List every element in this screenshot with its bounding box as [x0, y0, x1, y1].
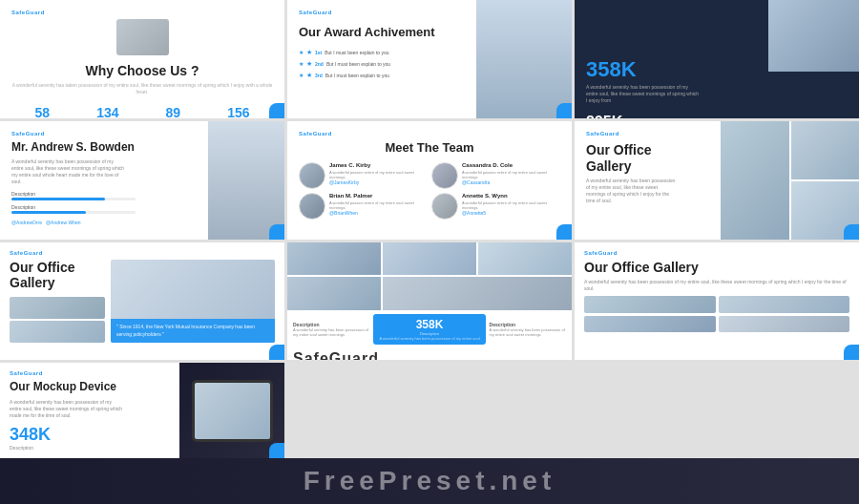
slide-mockup-device: SafeGuard Our Mockup Device A wonderful …	[0, 363, 284, 458]
slide-1-title: Why Choose Us ?	[11, 63, 273, 78]
slide-stats-dark: 358K A wonderful serenity has been posse…	[575, 0, 859, 118]
team-member-3: Brian M. Palmer A wonderful passion enti…	[299, 193, 428, 220]
slide-7-logo: SafeGuard	[10, 250, 275, 256]
slide-4-desc: A wonderful serenity has been possession…	[11, 158, 126, 185]
slide-office-gallery-2: SafeGuard Our Office Gallery " Since 191…	[0, 242, 284, 361]
slide-9-title: Our Office Gallery	[584, 260, 849, 276]
slide-10-title: Our Mockup Device	[10, 380, 124, 395]
slide-8-info1-text: A wonderful serenity has been possession…	[293, 327, 369, 337]
slide-10-device-image	[179, 363, 284, 458]
slide-9-desc: A wonderful serenity has been possession…	[584, 279, 849, 292]
slide-why-choose-us: SafeGuard Why Choose Us ? A wonderful se…	[0, 0, 284, 118]
slide-8-info2-text: A wonderful serenity has been possession…	[490, 327, 566, 337]
award-item-2: ★ 2nd But I must been explain to you	[299, 60, 442, 68]
team-member-2: Cassandra D. Cole A wonderful passion en…	[431, 162, 560, 189]
watermark-bar: FreePreset.net	[0, 458, 859, 504]
slide-1-desc: A wonderful serenity has taken possessio…	[11, 82, 273, 95]
slide-8-stat: 358K	[379, 318, 479, 331]
slide-1-logo: SafeGuard	[11, 10, 273, 15]
slide-4-bars: Description Description	[11, 191, 136, 214]
slide-2-title: Our Award Achivement	[299, 25, 442, 41]
slide-5-logo: SafeGuard	[299, 131, 560, 136]
slide-7-quote: " Since 1914, the New York Mutual Insura…	[111, 319, 275, 343]
stat-3: 89	[166, 105, 181, 118]
award-item-1: ★ 1st But I must been explain to you	[299, 49, 442, 56]
slides-grid: SafeGuard Why Choose Us ? A wonderful se…	[0, 0, 859, 458]
slide-4-person-image	[208, 121, 284, 240]
slide-6-photos	[721, 121, 859, 240]
team-member-4: Annette S. Wynn A wonderful passion enti…	[431, 193, 560, 220]
slide-10-stat: 348K	[10, 425, 124, 445]
slide-3-image	[768, 0, 859, 72]
slide-meet-team: SafeGuard Meet The Team James C. Kirby A…	[287, 121, 572, 240]
slide-8-stat-desc: A wonderful serenity has been possession…	[379, 336, 479, 341]
slide-10-stat-label: Description	[10, 445, 124, 451]
stat-4: 156	[227, 105, 249, 118]
watermark-text: FreePreset.net	[304, 466, 556, 496]
team-grid: James C. Kirby A wonderful passion entir…	[299, 162, 560, 220]
slide-office-gallery-1: SafeGuard Our Office Gallery A wonderful…	[575, 121, 859, 240]
team-member-1: James C. Kirby A wonderful passion entir…	[299, 162, 428, 189]
slide-4-name: Mr. Andrew S. Bowden	[11, 140, 136, 156]
slide-award: SafeGuard Our Award Achivement ★ 1st But…	[287, 0, 572, 118]
slide-office-gallery-3: SafeGuard Our Office Gallery A wonderful…	[575, 242, 859, 361]
slide-6-desc: A wonderful serenity has been possession…	[586, 178, 677, 204]
award-item-3: ★ 3rd But I must been explain to you	[299, 72, 442, 79]
slide-3-stat2: 895K	[586, 114, 848, 118]
stat-2: 134	[96, 105, 118, 118]
slide-2-image	[476, 0, 572, 118]
slide-6-title: Our Office Gallery	[586, 142, 672, 175]
slide-person-profile: SafeGuard Mr. Andrew S. Bowden A wonderf…	[0, 121, 284, 240]
slide-7-title: Our Office Gallery	[10, 260, 105, 292]
slide-photos-stats: Description A wonderful serenity has bee…	[287, 242, 572, 361]
slide-9-logo: SafeGuard	[584, 250, 849, 256]
slide-8-brand: SafeGuard	[293, 350, 566, 360]
slide-10-desc: A wonderful serenity has been possession…	[10, 399, 124, 419]
slide-5-title: Meet The Team	[299, 140, 560, 155]
slide-3-stat1-desc: A wonderful serenity has been possession…	[586, 84, 701, 104]
stat-1: 58	[35, 105, 51, 118]
